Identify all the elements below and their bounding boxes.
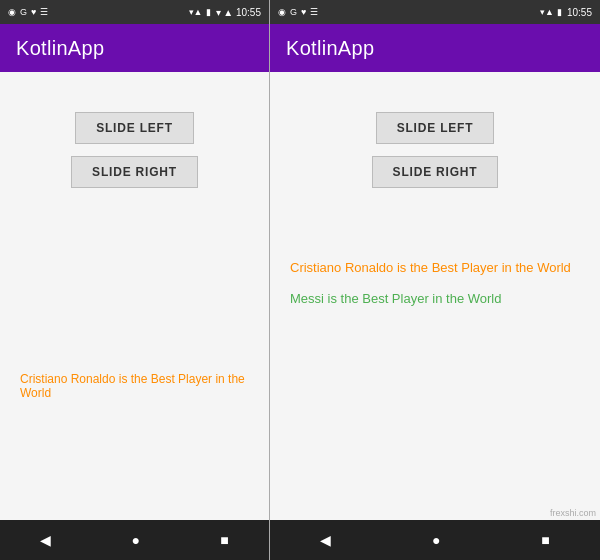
- right-phone: ◉ G ♥ ☰ ▾▲ ▮ 10:55 KotlinApp SLIDE LEFT …: [270, 0, 600, 560]
- battery-icon: ▮: [206, 7, 211, 17]
- right-status-icons-right: ▾▲ ▮ 10:55: [540, 7, 592, 18]
- right-nav-bar: ◀ ● ■ frexshi.com: [270, 520, 600, 560]
- left-status-icons-left: ◉ G ♥ ☰: [8, 7, 48, 17]
- right-slide-right-button[interactable]: SLIDE RIGHT: [372, 156, 499, 188]
- left-slide-left-button[interactable]: SLIDE LEFT: [75, 112, 194, 144]
- r-wifi-icon: ▾▲: [540, 7, 554, 17]
- g-icon: G: [20, 7, 27, 17]
- r-location-icon: ♥: [301, 7, 306, 17]
- left-app-title: KotlinApp: [16, 37, 104, 60]
- right-text-orange: Cristiano Ronaldo is the Best Player in …: [270, 260, 571, 275]
- right-home-button[interactable]: ●: [432, 532, 440, 548]
- location-icon: ♥: [31, 7, 36, 17]
- left-content: SLIDE LEFT SLIDE RIGHT Cristiano Ronaldo…: [0, 72, 269, 520]
- left-status-bar: ◉ G ♥ ☰ ▾▲ ▮ ▾ ▲ 10:55: [0, 0, 269, 24]
- right-back-button[interactable]: ◀: [320, 532, 331, 548]
- menu-icon: ☰: [40, 7, 48, 17]
- r-battery-icon: ▮: [557, 7, 562, 17]
- time-display: ▾ ▲ 10:55: [216, 7, 261, 18]
- right-status-icons-left: ◉ G ♥ ☰: [278, 7, 318, 17]
- left-nav-bar: ◀ ● ■: [0, 520, 269, 560]
- left-app-bar: KotlinApp: [0, 24, 269, 72]
- right-recent-button[interactable]: ■: [541, 532, 549, 548]
- signal-icon: ◉: [8, 7, 16, 17]
- watermark: frexshi.com: [550, 508, 596, 518]
- r-menu-icon: ☰: [310, 7, 318, 17]
- r-time-display: 10:55: [567, 7, 592, 18]
- right-slide-left-button[interactable]: SLIDE LEFT: [376, 112, 495, 144]
- right-text-green: Messi is the Best Player in the World: [270, 291, 501, 306]
- left-back-button[interactable]: ◀: [40, 532, 51, 548]
- wifi-icon: ▾▲: [189, 7, 203, 17]
- right-status-bar: ◉ G ♥ ☰ ▾▲ ▮ 10:55: [270, 0, 600, 24]
- right-app-title: KotlinApp: [286, 37, 374, 60]
- left-phone: ◉ G ♥ ☰ ▾▲ ▮ ▾ ▲ 10:55 KotlinApp SLIDE L…: [0, 0, 270, 560]
- r-signal-icon: ◉: [278, 7, 286, 17]
- left-slide-right-button[interactable]: SLIDE RIGHT: [71, 156, 198, 188]
- right-app-bar: KotlinApp: [270, 24, 600, 72]
- r-g-icon: G: [290, 7, 297, 17]
- left-text-label: Cristiano Ronaldo is the Best Player in …: [20, 372, 269, 400]
- left-status-icons-right: ▾▲ ▮ ▾ ▲ 10:55: [189, 7, 261, 18]
- left-recent-button[interactable]: ■: [220, 532, 228, 548]
- right-content: SLIDE LEFT SLIDE RIGHT Cristiano Ronaldo…: [270, 72, 600, 520]
- left-home-button[interactable]: ●: [132, 532, 140, 548]
